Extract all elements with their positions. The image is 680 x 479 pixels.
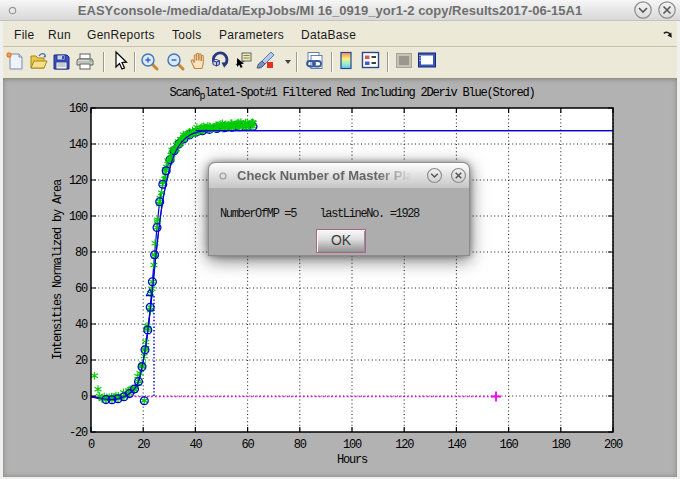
- svg-text:40: 40: [189, 438, 202, 452]
- svg-text:20: 20: [75, 354, 88, 368]
- svg-text:80: 80: [75, 246, 88, 260]
- svg-text:0: 0: [88, 438, 95, 452]
- svg-text:20: 20: [137, 438, 150, 452]
- svg-text:40: 40: [75, 318, 88, 332]
- svg-text:120: 120: [69, 174, 88, 188]
- svg-text:100: 100: [69, 210, 88, 224]
- svg-text:120: 120: [395, 438, 414, 452]
- svg-text:200: 200: [604, 438, 623, 452]
- svg-text:180: 180: [552, 438, 571, 452]
- svg-text:140: 140: [69, 138, 88, 152]
- svg-text:160: 160: [69, 102, 88, 116]
- svg-text:-20: -20: [69, 426, 88, 440]
- svg-text:100: 100: [343, 438, 362, 452]
- svg-text:140: 140: [447, 438, 466, 452]
- svg-text:160: 160: [500, 438, 519, 452]
- svg-text:Hours: Hours: [337, 453, 368, 467]
- svg-text:60: 60: [242, 438, 255, 452]
- svg-text:Intensities Normalized by Area: Intensities Normalized by Area: [51, 179, 65, 360]
- svg-text:0: 0: [81, 390, 88, 404]
- svg-text:80: 80: [294, 438, 307, 452]
- svg-text:Scan6plate1-Spot#1 Filtered Re: Scan6plate1-Spot#1 Filtered Red Includin…: [170, 86, 535, 102]
- svg-text:60: 60: [75, 282, 88, 296]
